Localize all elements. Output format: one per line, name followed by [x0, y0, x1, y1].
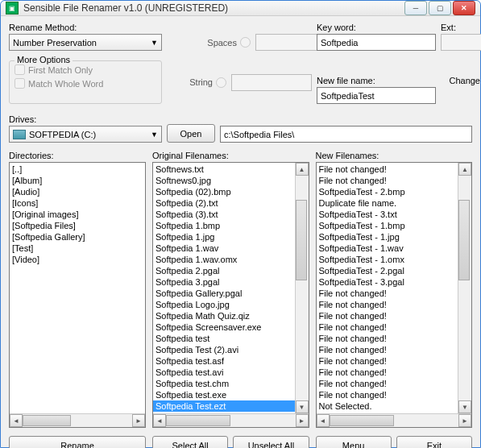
list-item[interactable]: File not changed!: [317, 164, 458, 175]
list-item[interactable]: File not changed!: [317, 175, 458, 186]
rename-method-combo[interactable]: Number Preservation ▼: [9, 34, 162, 51]
list-item[interactable]: File not changed!: [317, 367, 458, 378]
scroll-down-icon[interactable]: ▼: [458, 400, 471, 413]
scroll-left-icon[interactable]: ◄: [317, 414, 330, 427]
scroll-left-icon[interactable]: ◄: [10, 414, 23, 427]
list-item[interactable]: Softpedia Test (2).avi: [153, 344, 295, 355]
scroll-left-icon[interactable]: ◄: [153, 414, 166, 427]
list-item[interactable]: [Album]: [10, 175, 145, 186]
list-item[interactable]: File not changed!: [317, 299, 458, 310]
menu-button[interactable]: Menu: [316, 436, 392, 448]
list-item[interactable]: File not changed!: [317, 321, 458, 333]
list-item[interactable]: [Icons]: [10, 197, 145, 209]
spaces-radio[interactable]: Spaces: [207, 37, 251, 48]
list-item[interactable]: Softpedia Test.ezt: [153, 400, 295, 412]
list-item[interactable]: [Audio]: [10, 186, 145, 197]
hscrollbar[interactable]: ◄ ►: [317, 413, 472, 427]
list-item[interactable]: File not changed!: [317, 389, 458, 400]
close-button[interactable]: ✕: [453, 1, 475, 15]
list-item[interactable]: Softpedia 1.jpg: [153, 231, 295, 243]
unselect-all-button[interactable]: Unselect All: [233, 436, 309, 448]
original-files-list[interactable]: Softnews.txtSoftnews0.jpgSoftpedia (02).…: [152, 162, 309, 428]
list-item[interactable]: SoftpediaTest - 3.pgal: [317, 276, 458, 288]
directories-label: Directories:: [9, 151, 146, 160]
list-item[interactable]: SoftpediaTest - 1.jpg: [317, 231, 458, 243]
ext-label: Ext:: [441, 23, 481, 32]
exit-button[interactable]: Exit: [396, 436, 472, 448]
list-item[interactable]: Softpedia test.chm: [153, 378, 295, 389]
list-item[interactable]: SoftpediaTest - 2.bmp: [317, 186, 458, 197]
rename-method-value: Number Preservation: [13, 38, 97, 48]
minimize-button[interactable]: ─: [404, 1, 427, 15]
list-item[interactable]: File not changed!: [317, 355, 458, 367]
drives-combo[interactable]: SOFTPEDIA (C:) ▼: [9, 126, 162, 143]
list-item[interactable]: SoftpediaTest - 1.wav: [317, 243, 458, 254]
scroll-right-icon[interactable]: ►: [458, 414, 471, 427]
list-item[interactable]: Softpedia 1.wav: [153, 243, 295, 254]
select-all-button[interactable]: Select All: [152, 436, 228, 448]
vscrollbar[interactable]: ▲ ▼: [295, 163, 309, 413]
app-window: ▣ Sensible File Renamer v1.0 (UNREGISTER…: [0, 0, 481, 448]
maximize-button[interactable]: ▢: [429, 1, 451, 15]
vscrollbar[interactable]: ▲ ▼: [458, 163, 471, 413]
change-ext-checkbox[interactable]: Change Ext.: [449, 75, 481, 85]
scroll-up-icon[interactable]: ▲: [296, 163, 309, 176]
scroll-up-icon[interactable]: ▲: [458, 163, 471, 176]
list-item[interactable]: File not changed!: [317, 310, 458, 321]
list-item[interactable]: Softpedia test: [153, 333, 295, 344]
list-item[interactable]: [Softpedia Files]: [10, 220, 145, 231]
list-item[interactable]: SoftpediaTest - 3.txt: [317, 209, 458, 220]
list-item[interactable]: [Softpedia Gallery]: [10, 231, 145, 243]
list-item[interactable]: Softpedia 1.bmp: [153, 220, 295, 231]
list-item[interactable]: SoftpediaTest - 2.pgal: [317, 265, 458, 276]
directories-list[interactable]: [..][Album][Audio][Icons][Original image…: [9, 162, 146, 428]
list-item[interactable]: Softpedia test.avi: [153, 367, 295, 378]
list-item[interactable]: File not changed!: [317, 333, 458, 344]
whole-word-label: Match Whole Word: [28, 79, 103, 89]
list-item[interactable]: Softpedia (02).bmp: [153, 186, 295, 197]
more-options-title: More Options: [15, 55, 73, 64]
keyword-label: Key word:: [317, 23, 436, 32]
rename-button[interactable]: Rename: [9, 436, 146, 448]
string-label: String: [189, 77, 213, 87]
path-input[interactable]: [220, 126, 472, 143]
string-radio-input: [216, 77, 226, 88]
hscrollbar[interactable]: ◄ ►: [153, 413, 309, 427]
list-item[interactable]: [..]: [10, 164, 145, 175]
hscrollbar[interactable]: ◄ ►: [10, 413, 145, 427]
scroll-right-icon[interactable]: ►: [132, 414, 145, 427]
open-button[interactable]: Open: [167, 124, 215, 143]
list-item[interactable]: Softpedia Math Quiz.qiz: [153, 310, 295, 321]
new-files-list[interactable]: File not changed!File not changed!Softpe…: [316, 162, 473, 428]
list-item[interactable]: Softnews.txt: [153, 164, 295, 175]
list-item[interactable]: Softpedia Gallery.pgal: [153, 288, 295, 299]
list-item[interactable]: Softpedia 3.pgal: [153, 276, 295, 288]
list-item[interactable]: SoftpediaTest - 1.bmp: [317, 220, 458, 231]
list-item[interactable]: Softpedia Screensaver.exe: [153, 321, 295, 333]
list-item[interactable]: File not changed!: [317, 288, 458, 299]
list-item[interactable]: [Video]: [10, 254, 145, 265]
scroll-right-icon[interactable]: ►: [296, 414, 309, 427]
list-item[interactable]: Softpedia 2.pgal: [153, 265, 295, 276]
more-options-group: More Options First Match Only Match Whol…: [9, 60, 162, 104]
list-item[interactable]: Softpedia test.asf: [153, 355, 295, 367]
list-item[interactable]: Softpedia Logo.jpg: [153, 299, 295, 310]
list-item[interactable]: Not Selected.: [317, 400, 458, 412]
keyword-input[interactable]: [317, 34, 436, 51]
list-item[interactable]: Softpedia (2).txt: [153, 197, 295, 209]
list-item[interactable]: Duplicate file name.: [317, 197, 458, 209]
list-item[interactable]: [Original images]: [10, 209, 145, 220]
new-filename-input[interactable]: [317, 87, 436, 104]
list-item[interactable]: SoftpediaTest - 1.omx: [317, 254, 458, 265]
list-item[interactable]: Softnews0.jpg: [153, 175, 295, 186]
scroll-down-icon[interactable]: ▼: [296, 400, 309, 413]
list-item[interactable]: File not changed!: [317, 344, 458, 355]
original-label: Original Filenames:: [152, 151, 309, 160]
drive-icon: [13, 130, 26, 139]
list-item[interactable]: Softpedia test.exe: [153, 389, 295, 400]
list-item[interactable]: Softpedia (3).txt: [153, 209, 295, 220]
list-item[interactable]: [Test]: [10, 243, 145, 254]
string-radio[interactable]: String: [189, 77, 226, 88]
list-item[interactable]: File not changed!: [317, 378, 458, 389]
list-item[interactable]: Softpedia 1.wav.omx: [153, 254, 295, 265]
